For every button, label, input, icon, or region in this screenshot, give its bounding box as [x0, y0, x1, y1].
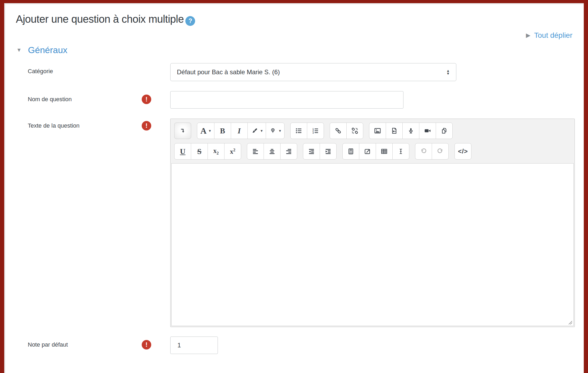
table-icon: [380, 148, 388, 155]
section-collapse-icon: ▼: [16, 47, 22, 53]
question-name-label-col: Nom de question !: [4, 91, 170, 104]
paintbrush-icon: [251, 127, 258, 134]
italic-icon: I: [238, 127, 241, 135]
bold-icon: B: [220, 127, 225, 135]
question-text-label: Texte de la question: [28, 122, 80, 130]
undo-button[interactable]: [415, 143, 432, 160]
help-icon[interactable]: ?: [185, 16, 195, 26]
underline-icon: U: [180, 148, 186, 155]
font-style-icon: A: [200, 127, 206, 135]
link-button[interactable]: [330, 123, 347, 139]
redo-button[interactable]: [432, 143, 449, 160]
unlink-icon: [351, 127, 359, 134]
equation-editor-button[interactable]: [342, 143, 359, 160]
strikethrough-button[interactable]: S: [191, 143, 208, 160]
question-text-area[interactable]: [171, 163, 574, 326]
toolbar-group-insert: [342, 143, 409, 160]
edit-widget-button[interactable]: [359, 143, 376, 160]
record-audio-button[interactable]: [402, 123, 419, 139]
insert-image-button[interactable]: [369, 123, 386, 139]
required-icon: !: [142, 121, 151, 130]
align-right-icon: [285, 148, 292, 155]
undo-icon: [420, 148, 427, 155]
question-text-label-col: Texte de la question !: [4, 119, 170, 130]
level-down-arrow-icon: [179, 127, 186, 134]
hint-button[interactable]: ▾: [266, 123, 284, 139]
indent-icon: [324, 148, 332, 155]
chevron-down-icon: ▾: [279, 128, 281, 133]
image-icon: [374, 127, 381, 134]
subscript-button[interactable]: x2: [208, 143, 224, 160]
section-title: Généraux: [28, 45, 67, 55]
insert-media-button[interactable]: [386, 123, 403, 139]
unordered-list-button[interactable]: [290, 123, 307, 139]
html-code-icon: </>: [458, 148, 468, 155]
toolbar-group-media: [369, 123, 453, 139]
strikethrough-icon: S: [197, 148, 201, 155]
default-grade-label: Note par défaut: [28, 341, 68, 349]
microphone-icon: [407, 127, 415, 134]
outdent-button[interactable]: [303, 143, 320, 160]
subscript-icon: x2: [213, 147, 219, 155]
toolbar-group-history: [415, 143, 449, 160]
i-beam-cursor-icon: [397, 148, 405, 155]
default-grade-label-col: Note par défaut !: [4, 337, 170, 349]
align-right-button[interactable]: [280, 143, 297, 160]
documents-icon: [440, 127, 448, 134]
bullet-list-icon: [295, 127, 302, 134]
stepper-down-icon: ▼: [446, 72, 450, 75]
media-file-icon: [391, 127, 398, 134]
question-text-row: Texte de la question ! A ▾: [4, 119, 584, 327]
video-camera-icon: [424, 127, 431, 134]
expand-all-row: ▶Tout déplier: [4, 31, 584, 40]
category-select[interactable]: Défaut pour Bac à sable Marie S. (6) ▲ ▼: [170, 63, 456, 81]
toolbar-group-lists: 1 2 3: [290, 123, 324, 139]
redo-icon: [437, 148, 444, 155]
superscript-button[interactable]: x2: [224, 143, 241, 160]
page: { "colors": { "frame": "#8e1c12", "link"…: [0, 0, 588, 373]
chevron-down-icon: ▾: [209, 128, 211, 133]
svg-text:3: 3: [313, 132, 314, 134]
resize-handle-icon[interactable]: [567, 319, 573, 325]
italic-button[interactable]: I: [231, 123, 248, 139]
toolbar-group-textstyle: U S x2 x2: [174, 143, 241, 160]
editor-toolbar-row2: U S x2 x2: [171, 139, 575, 160]
default-grade-input[interactable]: [170, 337, 218, 354]
align-left-button[interactable]: [247, 143, 264, 160]
manage-files-button[interactable]: [436, 123, 453, 139]
record-video-button[interactable]: [419, 123, 436, 139]
unlink-button[interactable]: [346, 123, 363, 139]
superscript-icon: x2: [230, 148, 236, 155]
text-cursor-button[interactable]: [392, 143, 409, 160]
expand-all-link[interactable]: Tout déplier: [534, 31, 572, 39]
toolbar-group-align: [247, 143, 297, 160]
question-form-page: Ajouter une question à choix multiple ? …: [4, 12, 584, 373]
required-icon: !: [142, 95, 151, 104]
underline-button[interactable]: U: [174, 143, 191, 160]
toolbar-collapse-button[interactable]: [174, 123, 191, 139]
outdent-icon: [308, 148, 315, 155]
align-center-button[interactable]: [264, 143, 281, 160]
toolbar-group-format: A ▾ B I ▾: [197, 123, 284, 139]
chevron-down-icon: ▾: [261, 128, 263, 133]
indent-button[interactable]: [320, 143, 337, 160]
edit-square-icon: [364, 148, 371, 155]
table-button[interactable]: [376, 143, 393, 160]
numbered-list-icon: 1 2 3: [312, 127, 319, 134]
section-header-general[interactable]: ▼ Généraux: [16, 45, 584, 55]
calculator-icon: [347, 148, 355, 155]
lightbulb-icon: [269, 127, 277, 134]
category-selected-value: Défaut pour Bac à sable Marie S. (6): [177, 68, 280, 76]
question-name-label: Nom de question: [28, 95, 72, 103]
default-grade-row: Note par défaut !: [4, 337, 584, 354]
text-color-button[interactable]: ▾: [247, 123, 266, 139]
link-icon: [334, 127, 342, 134]
bold-button[interactable]: B: [214, 123, 231, 139]
ordered-list-button[interactable]: 1 2 3: [307, 123, 324, 139]
category-label: Catégorie: [28, 67, 53, 75]
font-style-button[interactable]: A ▾: [197, 123, 214, 139]
html-source-button[interactable]: </>: [454, 143, 471, 160]
question-name-row: Nom de question !: [4, 91, 584, 109]
question-name-input[interactable]: [170, 91, 403, 109]
select-stepper-icon: ▲ ▼: [446, 69, 450, 75]
